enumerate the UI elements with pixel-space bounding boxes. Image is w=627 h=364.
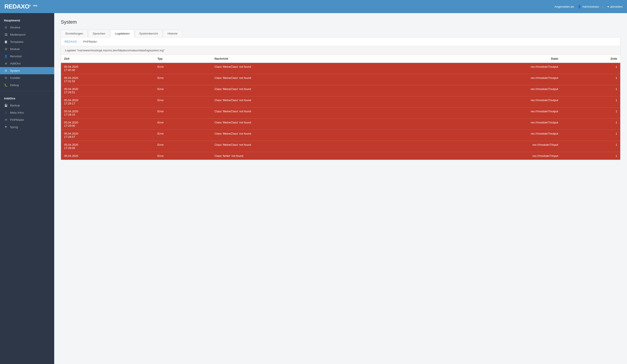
cell-zeile: 1 [561,107,620,119]
cell-zeit: 05.04.2020 17:29:51 [61,85,154,96]
tabs: EinstellungenSprachenLogdateienSystember… [61,30,621,37]
debug-icon: 🐛 [4,84,8,87]
content-card: REDAXO|PHPMailer Logdatei "/var/www/vhos… [61,37,621,160]
sidebar-item-templates[interactable]: 📋Templates [0,38,54,46]
table-row: 05.04.2020 Error Class 'fehler' not foun… [61,152,620,160]
logout-icon: ➜ [607,5,609,8]
table-row: 05.04.2020 17:45:40 Error Class 'MeineCl… [61,63,620,74]
cell-zeile: 1 [561,141,620,152]
tab-systembericht[interactable]: Systembericht [135,30,163,37]
sub-tab-divider: | [80,40,80,44]
logged-in-label: Angemeldet als [554,5,574,8]
log-tbody: 05.04.2020 17:45:40 Error Class 'MeineCl… [61,63,620,160]
col-zeit: Zeit [61,55,154,63]
sidebar-item-backup[interactable]: 💾Backup [0,102,54,109]
sidebar-label-struktur: Struktur [10,26,20,29]
addons-title: AddOns [0,93,54,102]
tab-historie[interactable]: Historie [163,30,182,37]
sidebar-label-medienpool: Medienpool [10,33,25,36]
logout-button[interactable]: ➜ abmelden [607,5,623,8]
sub-tab-redaxo[interactable]: REDAXO [64,40,77,44]
table-row: 05.04.2020 17:29:15 Error Class 'MeineCl… [61,107,620,119]
cell-nachricht: Class 'fehler' not found [211,152,407,160]
sprog-icon: ⚑ [4,125,8,129]
cell-nachricht: Class 'MeineClass' not found [211,85,407,96]
sidebar-item-addons[interactable]: ⊕AddOns [0,60,54,67]
cell-zeit: 05.04.2020 17:29:00 [61,119,154,130]
cell-zeile: 1 [561,119,620,130]
module-icon: ⊞ [4,47,8,51]
sidebar-item-debug[interactable]: 🐛Debug [0,82,54,89]
sub-tab-phpmailer[interactable]: PHPMailer [83,40,97,44]
sidebar-label-templates: Templates [10,40,24,44]
sidebar-item-phpmailer[interactable]: ✉PHPMailer [0,116,54,123]
tab-logdateien[interactable]: Logdateien [110,30,134,37]
cell-nachricht: Class 'MeineClass' not found [211,96,407,107]
sidebar-label-module: Module [10,47,20,51]
sidebar-label-system: System [10,69,20,72]
table-row: 05.04.2020 17:29:00 Error Class 'MeineCl… [61,119,620,130]
log-table: Zeit Typ Nachricht Datei Zeile 05.04.202… [61,55,620,160]
cell-datei: rex:///module/7/output [407,85,561,96]
logo-text: REDAXO® cms [4,3,37,10]
cell-datei: rex:///module/7/output [407,63,561,74]
page-title: System [61,19,621,25]
header-divider: | [603,5,603,8]
cell-zeit: 05.04.2020 17:28:57 [61,130,154,141]
logo-reg: ® [29,4,31,7]
sidebar-label-sprog: Sprog [10,125,18,129]
layout: Hauptmenü ☰Struktur🖼Medienpool📋Templates… [0,13,627,364]
cell-datei: rex:///module/7/output [407,130,561,141]
table-row: 05.04.2020 17:28:06 Error Class 'MeineCl… [61,141,620,152]
cell-nachricht: Class 'MeineClass' not found [211,130,407,141]
cell-zeile: 1 [561,85,620,96]
header-user: 👤 Administrator [577,5,599,8]
cell-nachricht: Class 'MeineClass' not found [211,119,407,130]
user-icon: 👤 [577,5,581,8]
sub-tabs: REDAXO|PHPMailer [61,37,620,46]
cell-zeile: 1 [561,130,620,141]
cell-zeit: 05.04.2020 17:31:52 [61,74,154,85]
struktur-icon: ☰ [4,26,8,29]
cell-datei: rex:///module/7/output [407,96,561,107]
installer-icon: ⚙ [4,76,8,80]
sidebar-item-sprog[interactable]: ⚑Sprog [0,123,54,131]
cell-typ: Error [154,130,211,141]
cell-typ: Error [154,119,211,130]
cell-nachricht: Class 'MeineClass' not found [211,141,407,152]
phpmailer-icon: ✉ [4,118,8,122]
cell-zeile: 1 [561,74,620,85]
sidebar-item-system[interactable]: ⚙System [0,67,54,74]
cell-typ: Error [154,107,211,119]
sidebar-label-phpmailer: PHPMailer [10,118,24,122]
cell-nachricht: Class 'MeineClass' not found [211,107,407,119]
system-icon: ⚙ [4,69,8,72]
tab-sprachen[interactable]: Sprachen [88,30,110,37]
sidebar-item-module[interactable]: ⊞Module [0,46,54,53]
sidebar-item-struktur[interactable]: ☰Struktur [0,24,54,31]
cell-typ: Error [154,141,211,152]
sidebar-item-meta-infos[interactable]: ○Meta Infos [0,109,54,116]
cell-datei: rex:///module/7/output [407,74,561,85]
table-row: 05.04.2020 17:29:17 Error Class 'MeineCl… [61,96,620,107]
cell-typ: Error [154,152,211,160]
addons-menu-items: 💾Backup○Meta Infos✉PHPMailer⚑Sprog [0,102,54,131]
cell-datei: rex:///module/7/input [407,152,561,160]
sidebar: Hauptmenü ☰Struktur🖼Medienpool📋Templates… [0,13,54,364]
header: REDAXO® cms Angemeldet als 👤 Administrat… [0,0,627,13]
log-path: Logdatei "/var/www/vhosts/git.mycms.dev/… [61,46,620,55]
cell-typ: Error [154,96,211,107]
tab-einstellungen[interactable]: Einstellungen [61,30,88,37]
sidebar-item-installer[interactable]: ⚙Installer [0,74,54,82]
sidebar-item-medienpool[interactable]: 🖼Medienpool [0,31,54,38]
cell-zeit: 05.04.2020 17:28:06 [61,141,154,152]
sidebar-label-installer: Installer [10,76,20,80]
cell-zeile: 1 [561,96,620,107]
table-row: 05.04.2020 17:31:52 Error Class 'MeineCl… [61,74,620,85]
sidebar-label-benutzer: Benutzer [10,55,22,58]
benutzer-icon: 👤 [4,55,8,58]
table-row: 05.04.2020 17:29:51 Error Class 'MeineCl… [61,85,620,96]
cell-datei: rex:///module/7/output [407,107,561,119]
username: Administrator [582,5,599,8]
sidebar-item-benutzer[interactable]: 👤Benutzer [0,53,54,60]
